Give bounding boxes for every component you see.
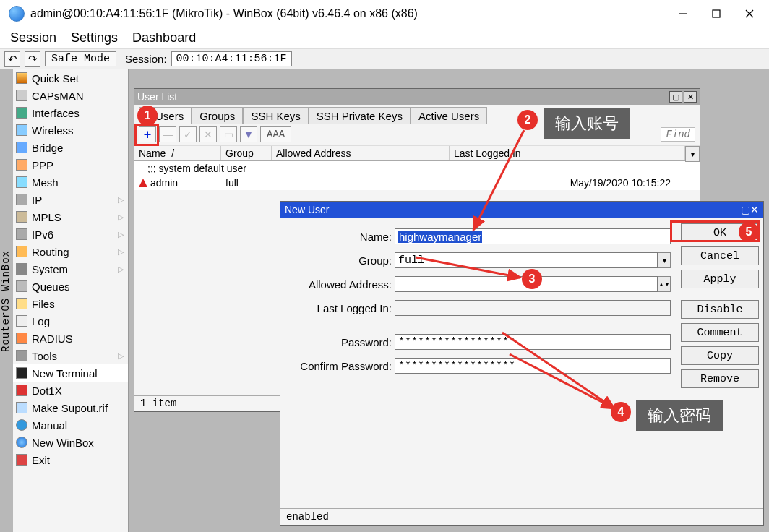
maximize-button[interactable] bbox=[700, 3, 733, 25]
callout-enter-password: 输入密码 bbox=[636, 400, 723, 431]
sidemenu-ppp[interactable]: PPP bbox=[13, 156, 128, 173]
confirm-password-field[interactable]: ****************** bbox=[395, 358, 671, 374]
annotation-badge-2: 2 bbox=[517, 110, 538, 130]
name-field[interactable]: highwaymanager bbox=[395, 228, 671, 244]
mesh-icon bbox=[16, 176, 27, 188]
sidemenu-dot1x[interactable]: Dot1X bbox=[13, 382, 128, 399]
session-label: Session: bbox=[125, 53, 167, 65]
redo-button[interactable]: ↷ bbox=[25, 51, 40, 67]
label-password: Password: bbox=[286, 336, 395, 348]
user-list-titlebar[interactable]: User List ▢ ✕ bbox=[134, 89, 700, 105]
password-field[interactable]: ****************** bbox=[395, 334, 671, 350]
comment-button[interactable]: Comment bbox=[681, 323, 759, 342]
filter-button[interactable]: ▼ bbox=[240, 126, 257, 142]
winbox-icon bbox=[16, 437, 27, 448]
ppp-icon bbox=[16, 159, 27, 171]
sidemenu-capsman[interactable]: CAPsMAN bbox=[13, 87, 128, 104]
sidemenu-new-terminal[interactable]: New Terminal bbox=[13, 364, 128, 382]
capsman-icon bbox=[16, 90, 27, 101]
chevron-right-icon: ▷ bbox=[118, 213, 124, 222]
log-icon bbox=[16, 315, 27, 327]
menu-settings[interactable]: Settings bbox=[66, 29, 122, 47]
window-restore-button[interactable]: ▢ bbox=[741, 204, 750, 215]
tab-active-users[interactable]: Active Users bbox=[411, 107, 487, 124]
window-close-button[interactable]: ✕ bbox=[750, 204, 759, 215]
group-field[interactable]: full bbox=[395, 252, 658, 268]
sidemenu-ip[interactable]: IP▷ bbox=[13, 191, 128, 208]
sidemenu-queues[interactable]: Queues bbox=[13, 278, 128, 295]
queues-icon bbox=[16, 280, 27, 292]
group-dropdown[interactable]: ▾ bbox=[658, 252, 671, 268]
tab-ssh-keys[interactable]: SSH Keys bbox=[243, 107, 308, 124]
radius-icon bbox=[16, 332, 27, 344]
close-button[interactable] bbox=[733, 3, 766, 25]
sidemenu-exit[interactable]: Exit bbox=[13, 451, 128, 468]
sidemenu-mpls[interactable]: MPLS▷ bbox=[13, 208, 128, 226]
comment-button[interactable]: ▭ bbox=[220, 126, 237, 142]
copy-button[interactable]: Copy bbox=[681, 346, 759, 365]
tab-groups[interactable]: Groups bbox=[192, 107, 243, 124]
chevron-right-icon: ▷ bbox=[118, 265, 124, 274]
new-user-titlebar[interactable]: New User ▢ ✕ bbox=[280, 202, 763, 218]
label-name: Name: bbox=[286, 231, 395, 243]
safe-mode-button[interactable]: Safe Mode bbox=[45, 51, 116, 66]
col-lastlogged[interactable]: Last Logged In bbox=[450, 146, 685, 160]
remove-button[interactable]: Remove bbox=[681, 369, 759, 388]
svg-rect-1 bbox=[713, 10, 720, 17]
last-logged-field bbox=[395, 300, 671, 316]
tab-ssh-private-keys[interactable]: SSH Private Keys bbox=[309, 107, 411, 124]
sidemenu-wireless[interactable]: Wireless bbox=[13, 121, 128, 139]
sidemenu-quick-set[interactable]: Quick Set bbox=[13, 69, 128, 87]
cancel-button[interactable]: Cancel bbox=[681, 246, 759, 265]
sidemenu-interfaces[interactable]: Interfaces bbox=[13, 104, 128, 121]
allowed-stepper[interactable]: ▲▼ bbox=[658, 276, 671, 292]
label-allowed: Allowed Address: bbox=[286, 278, 395, 291]
columns-dropdown[interactable]: ▾ bbox=[685, 146, 700, 162]
sidemenu-ipv6[interactable]: IPv6▷ bbox=[13, 226, 128, 243]
wireless-icon bbox=[16, 124, 27, 136]
mpls-icon bbox=[16, 211, 27, 223]
sidemenu-mesh[interactable]: Mesh bbox=[13, 173, 128, 191]
sidemenu-new-winbox[interactable]: New WinBox bbox=[13, 434, 128, 451]
sidemenu-tools[interactable]: Tools▷ bbox=[13, 347, 128, 364]
annotation-badge-1: 1 bbox=[137, 106, 158, 126]
supout-icon bbox=[16, 402, 27, 413]
user-list-rows: ;;; system default user admin full May/1… bbox=[134, 161, 700, 190]
add-button[interactable]: + bbox=[139, 126, 156, 142]
find-input[interactable]: Find bbox=[661, 127, 695, 142]
files-icon bbox=[16, 298, 27, 309]
annotation-badge-3: 3 bbox=[522, 269, 542, 289]
new-user-window: New User ▢ ✕ Name: highwaymanager Group:… bbox=[280, 201, 764, 526]
col-allowed[interactable]: Allowed Address bbox=[272, 146, 450, 160]
manual-icon bbox=[16, 419, 27, 431]
sidemenu-files[interactable]: Files bbox=[13, 295, 128, 312]
menu-dashboard[interactable]: Dashboard bbox=[128, 29, 200, 47]
table-row[interactable]: admin full May/19/2020 10:15:22 bbox=[134, 176, 700, 190]
sidemenu-bridge[interactable]: Bridge bbox=[13, 139, 128, 156]
session-value: 00:10:A4:11:56:1F bbox=[171, 51, 292, 66]
left-vertical-tab[interactable]: RouterOS WinBox bbox=[0, 69, 13, 532]
sidemenu-make-supout[interactable]: Make Supout.rif bbox=[13, 399, 128, 416]
sidemenu-manual[interactable]: Manual bbox=[13, 416, 128, 434]
sidemenu-radius[interactable]: RADIUS bbox=[13, 330, 128, 347]
window-close-button[interactable]: ✕ bbox=[684, 91, 697, 103]
sidemenu-routing[interactable]: Routing▷ bbox=[13, 243, 128, 260]
new-user-status: enabled bbox=[280, 508, 763, 525]
aaa-button[interactable]: AAA bbox=[260, 126, 291, 142]
sidemenu-log[interactable]: Log bbox=[13, 312, 128, 330]
disable-button[interactable]: Disable bbox=[681, 300, 759, 319]
undo-button[interactable]: ↶ bbox=[4, 51, 20, 67]
minimize-button[interactable] bbox=[666, 3, 700, 25]
exit-icon bbox=[16, 454, 27, 466]
dot1x-icon bbox=[16, 385, 27, 396]
enable-button[interactable]: ✓ bbox=[179, 126, 197, 142]
col-name[interactable]: Name / bbox=[134, 146, 221, 160]
window-restore-button[interactable]: ▢ bbox=[669, 91, 682, 103]
col-group[interactable]: Group bbox=[221, 146, 272, 160]
menu-session[interactable]: Session bbox=[6, 29, 61, 47]
chevron-right-icon: ▷ bbox=[118, 247, 124, 257]
disable-button[interactable]: ✕ bbox=[199, 126, 217, 142]
remove-button[interactable]: — bbox=[159, 126, 176, 142]
sidemenu-system[interactable]: System▷ bbox=[13, 260, 128, 278]
apply-button[interactable]: Apply bbox=[681, 270, 759, 288]
